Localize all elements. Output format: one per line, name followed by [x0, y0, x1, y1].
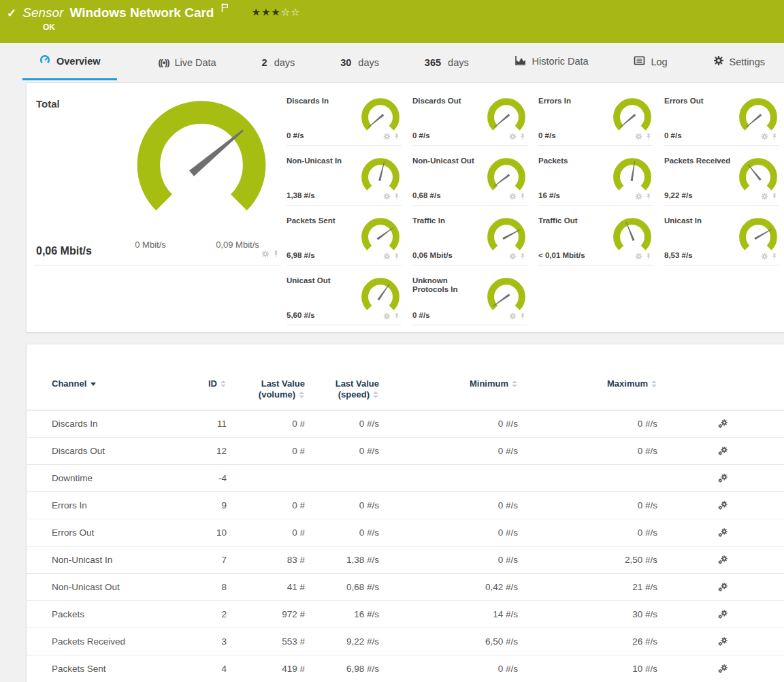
- pin-icon[interactable]: [645, 250, 652, 263]
- tab-30-days[interactable]: 30 days: [336, 57, 383, 80]
- gear-icon[interactable]: [635, 250, 642, 263]
- tab-label: Settings: [730, 56, 765, 67]
- gauge-dial: [130, 98, 273, 229]
- channel-name[interactable]: Packets: [52, 609, 201, 619]
- pin-icon[interactable]: [393, 250, 400, 263]
- gear-icon[interactable]: [761, 131, 768, 143]
- column-header-last-value-speed[interactable]: Last Value(speed): [305, 378, 379, 400]
- pin-icon[interactable]: [645, 191, 652, 203]
- tab-365-days[interactable]: 365 days: [421, 57, 473, 80]
- channel-name[interactable]: Discards Out: [52, 446, 201, 456]
- tab-number: 30: [340, 57, 351, 68]
- channel-name[interactable]: Errors Out: [52, 527, 201, 538]
- column-header-id[interactable]: ID: [201, 378, 227, 389]
- tab-label: days: [274, 57, 295, 68]
- pin-icon[interactable]: [393, 131, 400, 143]
- table-row[interactable]: Errors Out100 #0 #/s0 #/s0 #/s: [27, 519, 784, 547]
- pin-icon[interactable]: [519, 310, 526, 323]
- pin-icon[interactable]: [519, 131, 526, 143]
- channel-settings-icon[interactable]: [657, 500, 784, 510]
- gear-icon[interactable]: [261, 248, 270, 261]
- tab-number: 365: [425, 57, 441, 68]
- channel-name[interactable]: Errors In: [52, 500, 201, 510]
- gear-icon[interactable]: [509, 310, 517, 323]
- stars-filled[interactable]: ★★★: [251, 6, 280, 18]
- tab-settings[interactable]: Settings: [709, 55, 769, 80]
- column-header-minimum[interactable]: Minimum: [379, 378, 518, 389]
- channel-settings-icon[interactable]: [657, 419, 784, 429]
- gauge-title: Non-Unicast Out: [412, 157, 483, 165]
- channel-name[interactable]: Discards In: [52, 419, 201, 429]
- gear-icon: [713, 55, 724, 68]
- sort-icon: [651, 380, 657, 387]
- tab-2-days[interactable]: 2 days: [258, 57, 299, 80]
- channel-name[interactable]: Non-Unicast In: [52, 555, 201, 565]
- tab-bar: Overview ((•)) Live Data 2 days 30 days …: [0, 43, 784, 80]
- pin-icon[interactable]: [645, 131, 652, 143]
- tab-overview[interactable]: Overview: [22, 54, 117, 80]
- table-row[interactable]: Discards In110 #0 #/s0 #/s0 #/s: [27, 410, 784, 438]
- gear-icon[interactable]: [509, 131, 517, 143]
- pin-icon[interactable]: [519, 250, 526, 263]
- gear-icon[interactable]: [383, 250, 391, 263]
- column-header-last-value-volume[interactable]: Last Value(volume): [227, 378, 305, 400]
- gear-icon[interactable]: [509, 191, 517, 203]
- pin-icon[interactable]: [393, 310, 400, 323]
- table-row[interactable]: Errors In90 #0 #/s0 #/s0 #/s: [27, 492, 784, 519]
- channel-name[interactable]: Downtime: [52, 473, 201, 483]
- table-row[interactable]: Discards Out120 #0 #/s0 #/s0 #/s: [27, 438, 784, 465]
- gauge-value: 16 #/s: [538, 191, 560, 199]
- flag-icon[interactable]: [221, 3, 229, 15]
- pin-icon[interactable]: [771, 250, 778, 263]
- column-header-maximum[interactable]: Maximum: [518, 378, 657, 389]
- gear-icon[interactable]: [635, 191, 642, 203]
- gauge-value: 0 #/s: [412, 131, 430, 140]
- channel-settings-icon[interactable]: [657, 527, 784, 538]
- table-row[interactable]: Non-Unicast Out841 #0,68 #/s0,42 #/s21 #…: [27, 574, 784, 601]
- gear-icon[interactable]: [383, 131, 391, 143]
- pin-icon[interactable]: [771, 131, 778, 143]
- tab-label: Overview: [56, 56, 101, 67]
- priority-stars[interactable]: ★★★☆☆: [251, 6, 300, 18]
- table-row[interactable]: Non-Unicast In783 #1,38 #/s0 #/s2,50 #/s: [27, 547, 784, 574]
- gauge-value: < 0,01 Mbit/s: [538, 251, 585, 259]
- gear-icon[interactable]: [635, 131, 642, 143]
- channel-name[interactable]: Packets Sent: [52, 664, 201, 674]
- tab-live-data[interactable]: ((•)) Live Data: [154, 57, 220, 80]
- table-row[interactable]: Packets2972 #16 #/s14 #/s30 #/s: [27, 601, 784, 628]
- tab-log[interactable]: Log: [630, 55, 671, 80]
- tab-label: Historic Data: [532, 56, 589, 67]
- gear-icon[interactable]: [509, 250, 517, 263]
- table-row[interactable]: Packets Sent4419 #6,98 #/s0 #/s10 #/s: [27, 655, 784, 682]
- gauge-value: 0 #/s: [664, 131, 682, 140]
- channel-name[interactable]: Non-Unicast Out: [52, 582, 201, 592]
- gear-icon[interactable]: [761, 250, 768, 263]
- channel-settings-icon[interactable]: [657, 664, 784, 674]
- channel-settings-icon[interactable]: [657, 609, 784, 619]
- gear-icon[interactable]: [761, 191, 768, 203]
- gauge-needle: [493, 114, 510, 128]
- channel-settings-icon[interactable]: [657, 473, 784, 483]
- pin-icon[interactable]: [519, 191, 526, 203]
- channel-settings-icon[interactable]: [657, 582, 784, 592]
- pin-icon[interactable]: [771, 191, 778, 203]
- total-gauge-tile: Total 0 Mbit/s 0,09 Mbit/s 0,06 Mbit/s: [35, 93, 281, 265]
- channel-settings-icon[interactable]: [657, 636, 784, 647]
- gear-icon[interactable]: [383, 191, 391, 203]
- gauge-title: Traffic Out: [538, 216, 609, 225]
- channel-settings-icon[interactable]: [657, 555, 784, 565]
- channel-name[interactable]: Packets Received: [52, 636, 201, 647]
- gauge-value: 0 #/s: [412, 311, 430, 319]
- pin-icon[interactable]: [272, 248, 280, 261]
- pin-icon[interactable]: [393, 191, 400, 203]
- stars-empty[interactable]: ☆☆: [281, 6, 301, 18]
- channel-settings-icon[interactable]: [657, 446, 784, 456]
- gear-icon[interactable]: [383, 310, 391, 323]
- gauge-tile: Packets Sent6,98 #/s: [287, 214, 402, 265]
- column-header-channel[interactable]: Channel: [52, 378, 201, 389]
- table-row[interactable]: Packets Received3553 #9,22 #/s6,50 #/s26…: [27, 628, 784, 655]
- gauge-title: Discards Out: [412, 97, 483, 105]
- gauge-title: Non-Unicast In: [287, 157, 357, 165]
- table-row[interactable]: Downtime-4: [27, 465, 784, 492]
- tab-historic-data[interactable]: Historic Data: [510, 54, 593, 80]
